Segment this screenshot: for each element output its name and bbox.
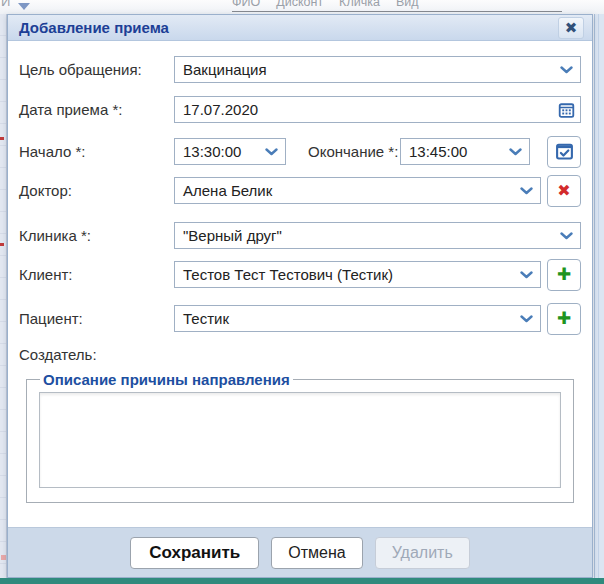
chevron-down-icon	[560, 66, 573, 74]
clinic-label: Клиника *:	[19, 227, 174, 244]
save-button[interactable]: Сохранить	[130, 537, 259, 569]
close-icon: ✖	[565, 20, 578, 35]
chevron-down-icon	[520, 271, 533, 279]
background-partial-text: И	[1, 0, 10, 9]
dialog-body: Цель обращения: Вакцинация Дата приема *…	[8, 41, 592, 503]
background-left-edge	[0, 14, 7, 578]
description-textarea[interactable]	[39, 392, 561, 488]
date-label: Дата приема *:	[19, 101, 174, 118]
dialog-title: Добавление приема	[19, 19, 558, 36]
remove-x-icon: ✖	[557, 183, 570, 199]
row-purpose: Цель обращения: Вакцинация	[19, 56, 581, 83]
patient-combobox[interactable]: Тестик	[174, 305, 541, 332]
row-clinic: Клиника *: "Верный друг"	[19, 222, 581, 249]
doctor-label: Доктор:	[19, 182, 174, 199]
end-time-combobox[interactable]: 13:45:00	[400, 138, 530, 165]
remove-doctor-button[interactable]: ✖	[547, 175, 581, 207]
schedule-button[interactable]	[547, 136, 581, 168]
bg-column-discount: Дисконт	[276, 0, 323, 9]
end-time-value: 13:45:00	[409, 143, 467, 160]
bg-column-nickname: Кличка	[339, 0, 380, 9]
end-label: Окончание *:	[308, 143, 400, 160]
plus-icon: ✚	[557, 266, 571, 283]
bg-header-underline	[232, 11, 562, 12]
creator-label: Создатель:	[19, 346, 174, 363]
screen: И ФИО Дисконт Кличка Вид Добавление прие…	[0, 0, 604, 584]
bottom-teal-bar	[0, 578, 604, 584]
background-mark	[0, 243, 4, 246]
background-right-edge	[594, 14, 604, 578]
row-time: Начало *: 13:30:00 Окончание *: 13:45:00	[19, 138, 581, 165]
doctor-value: Алена Белик	[183, 182, 272, 199]
start-label: Начало *:	[19, 143, 174, 160]
row-date: Дата приема *: 17.07.2020	[19, 96, 581, 123]
purpose-label: Цель обращения:	[19, 61, 174, 78]
description-fieldset: Описание причины направления	[26, 371, 574, 503]
row-doctor: Доктор: Алена Белик ✖	[19, 177, 581, 204]
date-picker-button[interactable]	[558, 101, 575, 118]
cancel-button[interactable]: Отмена	[271, 537, 362, 569]
client-value: Тестов Тест Тестович (Тестик)	[183, 266, 393, 283]
close-button[interactable]: ✖	[558, 17, 584, 39]
calendar-check-icon	[555, 142, 574, 161]
start-time-value: 13:30:00	[183, 143, 241, 160]
sort-indicator-icon[interactable]	[18, 3, 30, 10]
dialog-title-bar: Добавление приема ✖	[8, 15, 592, 41]
calendar-icon	[558, 101, 575, 118]
dialog-footer: Сохранить Отмена Удалить	[8, 527, 592, 577]
chevron-down-icon	[520, 187, 533, 195]
add-client-button[interactable]: ✚	[547, 259, 581, 291]
row-creator: Создатель:	[19, 345, 581, 363]
start-time-combobox[interactable]: 13:30:00	[174, 138, 286, 165]
row-patient: Пациент: Тестик ✚	[19, 305, 581, 332]
plus-icon: ✚	[557, 310, 571, 327]
add-patient-button[interactable]: ✚	[547, 303, 581, 335]
description-legend: Описание причины направления	[40, 371, 293, 388]
clinic-value: "Верный друг"	[183, 227, 282, 244]
bg-column-kind: Вид	[396, 0, 419, 9]
date-value: 17.07.2020	[183, 101, 258, 118]
chevron-down-icon	[520, 315, 533, 323]
bg-column-fio: ФИО	[232, 0, 260, 9]
purpose-combobox[interactable]: Вакцинация	[174, 56, 581, 83]
purpose-value: Вакцинация	[183, 61, 267, 78]
doctor-combobox[interactable]: Алена Белик	[174, 177, 541, 204]
row-client: Клиент: Тестов Тест Тестович (Тестик) ✚	[19, 261, 581, 288]
clinic-combobox[interactable]: "Верный друг"	[174, 222, 581, 249]
dialog-add-appointment: Добавление приема ✖ Цель обращения: Вакц…	[7, 14, 593, 578]
background-mark	[0, 137, 4, 140]
chevron-down-icon	[265, 148, 278, 156]
chevron-down-icon	[509, 148, 522, 156]
chevron-down-icon	[560, 232, 573, 240]
background-table-header-strip: И ФИО Дисконт Кличка Вид	[0, 0, 604, 14]
client-label: Клиент:	[19, 266, 174, 283]
patient-label: Пациент:	[19, 310, 174, 327]
client-combobox[interactable]: Тестов Тест Тестович (Тестик)	[174, 261, 541, 288]
background-mark	[1, 555, 6, 560]
delete-button[interactable]: Удалить	[375, 537, 470, 569]
patient-value: Тестик	[183, 310, 229, 327]
date-input[interactable]: 17.07.2020	[174, 96, 581, 123]
